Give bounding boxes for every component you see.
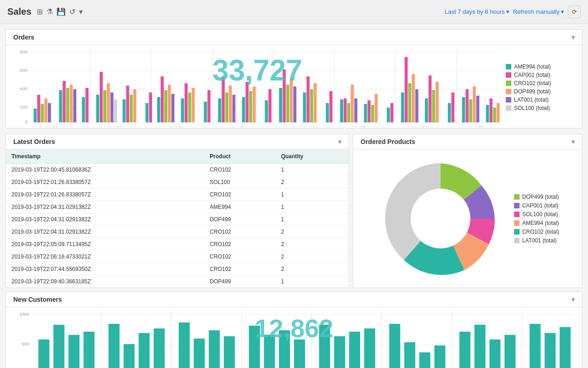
svg-rect-52: [164, 90, 168, 122]
cell-product: CRO102: [204, 226, 276, 238]
latest-orders-collapse-icon[interactable]: ▾: [338, 138, 341, 145]
svg-rect-89: [368, 100, 371, 122]
cell-product: CRO102: [204, 251, 276, 263]
orders-table: Timestamp Product Quantity 2019-03-19T22…: [6, 150, 349, 288]
svg-rect-111: [490, 98, 493, 122]
time-range-button[interactable]: Last 7 days by 8 hours ▾: [445, 8, 509, 15]
table-row: 2019-03-19T22:06:16.4733021Z CRO102 2: [6, 251, 349, 263]
svg-rect-140: [249, 326, 260, 368]
donut-legend-dop499: DOP499 (total): [514, 194, 560, 200]
table-row: 2019-03-19T22:04:31.0291382Z DOP499 1: [6, 213, 349, 226]
orders-panel-title: Orders: [13, 34, 34, 41]
svg-rect-136: [179, 322, 190, 368]
cell-timestamp: 2019-03-19T22:09:40.3663185Z: [6, 276, 204, 288]
svg-rect-99: [425, 98, 428, 122]
orders-chart-left: 33,727 800 600 400 200 0: [13, 49, 501, 126]
orders-bar-chart-svg: 800 600 400 200 0: [13, 49, 501, 127]
refresh-icon-button[interactable]: ⟳: [568, 6, 581, 18]
orders-collapse-icon[interactable]: ▾: [571, 34, 575, 41]
new-customers-panel-header: New Customers ▾: [6, 292, 582, 307]
donut-color-lat001: [514, 238, 520, 243]
donut-legend-sol100: SOL100 (total): [514, 211, 560, 218]
svg-rect-19: [41, 104, 44, 122]
orders-chart-legend: AME994 (total) CAP001 (total) CRO102 (to…: [501, 49, 575, 126]
table-row: 2019-03-19T22:00:45.8106836Z CRO102 1: [6, 164, 349, 176]
svg-rect-79: [310, 89, 313, 122]
svg-rect-109: [476, 96, 480, 122]
ordered-products-panel: Ordered Products ▾: [353, 134, 582, 288]
svg-rect-44: [123, 99, 126, 122]
svg-rect-54: [171, 94, 175, 122]
table-row: 2019-03-19T22:04:31.0291382Z CRO102 2: [6, 226, 349, 238]
page-title: Sales: [7, 6, 31, 17]
table-row: 2019-03-19T22:04:31.0291382Z AME994 1: [6, 201, 349, 213]
new-customers-collapse-icon[interactable]: ▾: [571, 296, 575, 303]
legend-label-ame994: AME994 (total): [514, 63, 551, 70]
svg-rect-82: [329, 91, 333, 122]
save-icon[interactable]: 💾: [57, 7, 66, 16]
refresh-manually-button[interactable]: Refresh manually ▾: [513, 8, 564, 15]
svg-rect-138: [209, 330, 220, 368]
ordered-products-panel-header: Ordered Products ▾: [353, 134, 582, 150]
donut-color-cap001: [514, 203, 520, 208]
svg-rect-66: [242, 97, 245, 122]
header-toolbar: ⊞ ⚗ 💾 ↺ ▾: [37, 7, 83, 16]
undo-icon[interactable]: ↺: [69, 7, 75, 16]
svg-rect-145: [334, 336, 345, 368]
cell-product: DOP499: [204, 213, 276, 226]
col-product: Product: [204, 150, 276, 164]
donut-color-dop499: [514, 194, 520, 200]
refresh-label: Refresh manually: [513, 8, 560, 15]
svg-text:Mar 23: Mar 23: [230, 125, 244, 127]
svg-rect-63: [225, 92, 228, 122]
grid-icon[interactable]: ⊞: [37, 7, 43, 16]
svg-rect-53: [168, 85, 171, 122]
filter-icon[interactable]: ⚗: [46, 7, 53, 16]
svg-rect-56: [185, 83, 188, 122]
legend-color-dop499: [506, 89, 511, 94]
donut-label-dop499: DOP499 (total): [522, 194, 559, 200]
svg-rect-22: [59, 90, 62, 122]
table-row: 2019-03-19T22:05:09.7113495Z CRO102 2: [6, 238, 349, 251]
legend-item-ame994: AME994 (total): [506, 63, 575, 70]
donut-color-cro102: [514, 229, 520, 235]
chevron-down-icon[interactable]: ▾: [79, 7, 83, 16]
new-customers-panel: New Customers ▾ 12,862 1000 500 0: [6, 292, 582, 368]
svg-rect-92: [387, 108, 390, 122]
cell-timestamp: 2019-03-19T22:01:26.8338057Z: [6, 176, 204, 189]
cell-quantity: 1: [276, 213, 349, 226]
latest-orders-title: Latest Orders: [13, 138, 55, 145]
svg-rect-147: [364, 328, 375, 368]
svg-text:0: 0: [25, 119, 28, 124]
svg-rect-38: [96, 95, 99, 122]
legend-color-cap001: [506, 72, 511, 78]
ordered-products-collapse-icon[interactable]: ▾: [571, 138, 575, 145]
cell-timestamp: 2019-03-19T22:04:31.0291382Z: [6, 213, 204, 226]
svg-rect-134: [139, 333, 150, 368]
svg-rect-28: [85, 88, 89, 122]
orders-panel: Orders ▾ 33,727 800 600 400 200 0: [6, 29, 582, 128]
cell-timestamp: 2019-03-19T22:04:31.0291382Z: [6, 201, 204, 213]
svg-rect-59: [204, 102, 207, 122]
svg-rect-93: [390, 103, 394, 122]
svg-text:Mar 22: Mar 22: [169, 125, 183, 127]
svg-rect-102: [435, 82, 439, 122]
svg-rect-78: [306, 76, 310, 122]
cell-product: CRO102: [204, 189, 276, 201]
legend-color-ame994: [506, 64, 511, 69]
svg-rect-58: [192, 88, 195, 122]
svg-rect-130: [68, 335, 79, 368]
svg-rect-49: [149, 92, 152, 122]
svg-rect-75: [290, 79, 293, 122]
svg-rect-24: [66, 88, 69, 122]
svg-rect-96: [408, 83, 412, 122]
svg-rect-101: [432, 90, 435, 122]
svg-rect-152: [459, 332, 470, 368]
svg-rect-98: [415, 89, 418, 122]
donut-legend: DOP499 (total) CAP001 (total) SOL100 (to…: [514, 194, 560, 244]
orders-panel-header: Orders ▾: [6, 30, 582, 45]
cell-quantity: 2: [276, 263, 349, 276]
legend-color-lat001: [506, 97, 511, 103]
svg-rect-69: [253, 86, 256, 122]
customers-bar-chart-svg: 1000 500 0: [13, 311, 575, 368]
